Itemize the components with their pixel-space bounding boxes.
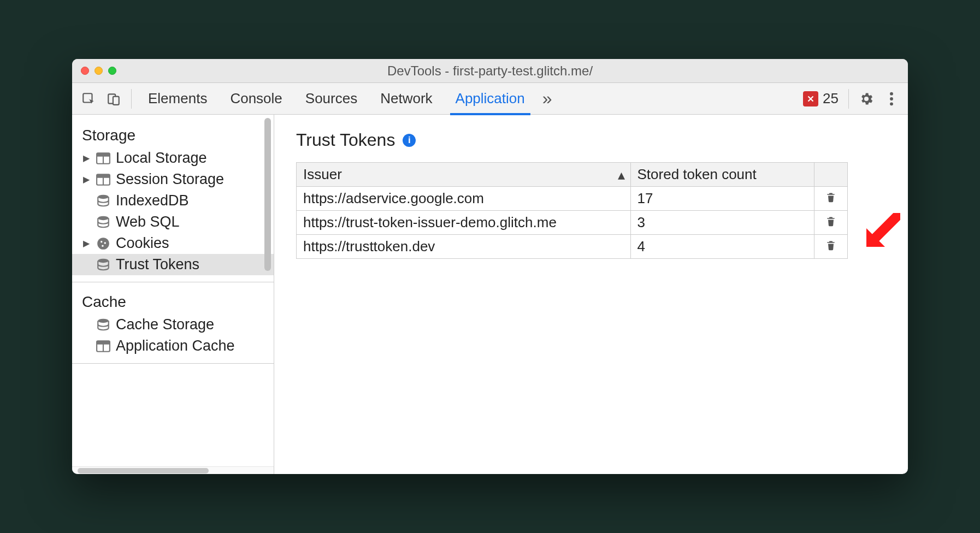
column-header-actions	[814, 163, 847, 187]
sidebar-group-storage: Storage	[72, 122, 274, 147]
sidebar-item-label: Session Storage	[116, 171, 224, 188]
svg-point-3	[890, 92, 893, 95]
sidebar-item-label: Application Cache	[116, 337, 235, 354]
sidebar-item-label: Cache Storage	[116, 316, 214, 333]
annotation-arrow-icon	[862, 213, 900, 251]
tab-application[interactable]: Application	[446, 83, 535, 115]
sidebar-item-local-storage[interactable]: ▶ Local Storage	[72, 147, 274, 169]
table-row[interactable]: https://adservice.google.com 17	[297, 187, 848, 211]
sidebar-item-label: IndexedDB	[116, 192, 189, 209]
separator	[72, 363, 274, 364]
tab-network[interactable]: Network	[370, 83, 442, 115]
sidebar-item-label: Web SQL	[116, 214, 180, 230]
sort-ascending-icon: ▴	[618, 166, 625, 183]
cell-issuer: https://trust-token-issuer-demo.glitch.m…	[297, 211, 631, 235]
info-icon[interactable]: i	[403, 134, 416, 147]
issues-error-icon	[803, 91, 818, 106]
window-zoom-button[interactable]	[108, 67, 116, 75]
sidebar-group-cache: Cache	[72, 289, 274, 314]
svg-point-16	[104, 242, 106, 244]
sidebar-item-indexeddb[interactable]: ▶ IndexedDB	[72, 190, 274, 211]
traffic-lights	[81, 67, 116, 75]
device-toolbar-icon[interactable]	[103, 88, 125, 110]
sidebar-horizontal-scrollbar[interactable]	[72, 466, 274, 474]
sidebar-vertical-scrollbar[interactable]	[264, 118, 271, 271]
window-title: DevTools - first-party-test.glitch.me/	[72, 63, 908, 79]
devtools-toolbar: Elements Console Sources Network Applica…	[72, 83, 908, 115]
tab-elements[interactable]: Elements	[138, 83, 217, 115]
disclosure-triangle-icon[interactable]: ▶	[82, 174, 91, 185]
svg-point-12	[98, 194, 109, 199]
delete-trash-icon[interactable]	[825, 238, 836, 254]
tab-console[interactable]: Console	[220, 83, 292, 115]
table-row[interactable]: https://trust-token-issuer-demo.glitch.m…	[297, 211, 848, 235]
svg-point-4	[890, 97, 893, 100]
more-menu-icon[interactable]	[881, 88, 902, 110]
svg-point-5	[890, 102, 893, 105]
cell-count: 17	[630, 187, 814, 211]
svg-point-17	[102, 245, 103, 246]
sidebar-item-session-storage[interactable]: ▶ Session Storage	[72, 169, 274, 190]
issues-count: 25	[823, 90, 839, 107]
devtools-window: DevTools - first-party-test.glitch.me/ E…	[72, 59, 908, 474]
sidebar-item-websql[interactable]: ▶ Web SQL	[72, 211, 274, 233]
sidebar-item-cookies[interactable]: ▶ Cookies	[72, 233, 274, 254]
delete-trash-icon[interactable]	[825, 214, 836, 230]
svg-point-18	[98, 258, 109, 263]
column-header-count[interactable]: Stored token count	[630, 163, 814, 187]
sidebar-item-application-cache[interactable]: ▶ Application Cache	[72, 335, 274, 357]
separator	[848, 89, 849, 109]
cell-issuer: https://trusttoken.dev	[297, 235, 631, 259]
settings-gear-icon[interactable]	[855, 88, 877, 110]
panel-heading-text: Trust Tokens	[296, 130, 395, 150]
svg-point-19	[98, 318, 109, 323]
issues-badge[interactable]: 25	[803, 90, 839, 107]
cell-count: 3	[630, 211, 814, 235]
trust-tokens-table: Issuer ▴ Stored token count https://adse…	[296, 162, 848, 259]
trust-tokens-panel: Trust Tokens i Issuer ▴ Stored token cou…	[274, 115, 908, 474]
sidebar-item-label: Local Storage	[116, 150, 207, 167]
svg-point-13	[98, 216, 109, 220]
cell-count: 4	[630, 235, 814, 259]
devtools-body: Storage ▶ Local Storage ▶ Session Storag…	[72, 115, 908, 474]
delete-trash-icon[interactable]	[825, 190, 836, 206]
inspect-element-icon[interactable]	[78, 88, 99, 110]
tabs-overflow-icon[interactable]: »	[538, 83, 557, 115]
disclosure-triangle-icon[interactable]: ▶	[82, 153, 91, 163]
sidebar-item-trust-tokens[interactable]: ▶ Trust Tokens	[72, 254, 274, 275]
tab-sources[interactable]: Sources	[296, 83, 367, 115]
titlebar: DevTools - first-party-test.glitch.me/	[72, 59, 908, 83]
sidebar-item-label: Trust Tokens	[116, 256, 199, 273]
table-row[interactable]: https://trusttoken.dev 4	[297, 235, 848, 259]
cell-issuer: https://adservice.google.com	[297, 187, 631, 211]
panel-heading: Trust Tokens i	[296, 130, 886, 150]
column-header-issuer[interactable]: Issuer ▴	[297, 163, 631, 187]
svg-point-14	[97, 238, 109, 250]
sidebar-item-label: Cookies	[116, 235, 169, 252]
window-close-button[interactable]	[81, 67, 89, 75]
svg-point-15	[101, 241, 102, 242]
application-sidebar: Storage ▶ Local Storage ▶ Session Storag…	[72, 115, 274, 474]
sidebar-item-cache-storage[interactable]: ▶ Cache Storage	[72, 314, 274, 335]
disclosure-triangle-icon[interactable]: ▶	[82, 238, 91, 248]
window-minimize-button[interactable]	[95, 67, 103, 75]
svg-rect-2	[113, 96, 119, 104]
separator	[131, 89, 132, 109]
separator	[72, 282, 274, 282]
